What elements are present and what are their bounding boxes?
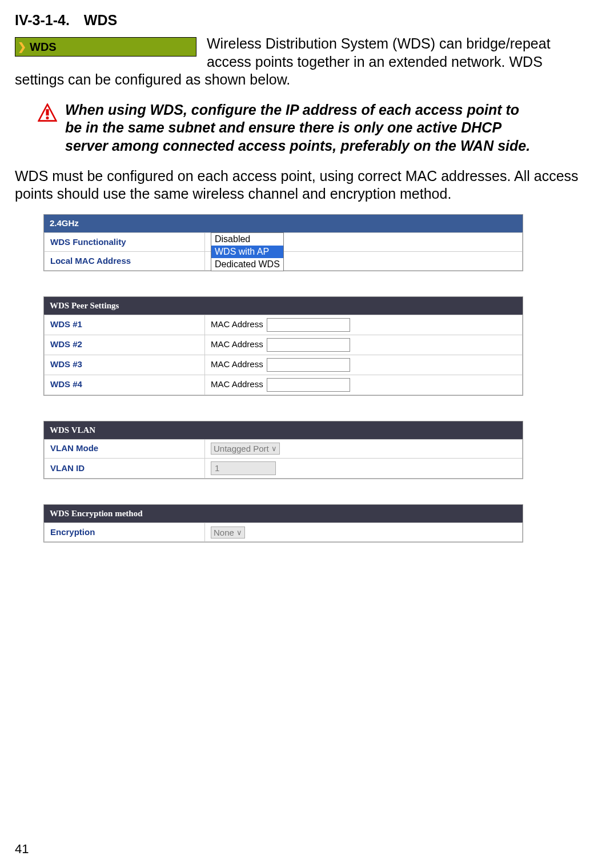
- warning-text: When using WDS, configure the IP address…: [65, 101, 535, 155]
- option-dedicated-wds[interactable]: Dedicated WDS: [211, 258, 283, 271]
- mac-input-2[interactable]: [267, 338, 350, 352]
- vlan-id-input[interactable]: 1: [211, 461, 276, 476]
- row-vlan-mode: VLAN Mode Untagged Port ∨: [45, 439, 523, 458]
- row-vlan-id: VLAN ID 1: [45, 458, 523, 479]
- label-wds4: WDS #4: [45, 375, 205, 395]
- row-wds4: WDS #4 MAC Address: [45, 375, 523, 395]
- row-wds3: WDS #3 MAC Address: [45, 355, 523, 375]
- panel-header-vlan: WDS VLAN: [44, 421, 523, 439]
- intro-paragraph: ❯ WDS Wireless Distribution System (WDS)…: [15, 35, 579, 89]
- row-encryption: Encryption None ∨: [45, 523, 523, 542]
- label-encryption: Encryption: [45, 523, 205, 542]
- chevron-down-icon: ∨: [236, 529, 242, 536]
- section-heading: IV-3-1-4. WDS: [15, 11, 579, 29]
- row-wds2: WDS #2 MAC Address: [45, 335, 523, 355]
- chevron-right-icon: ❯: [18, 41, 26, 54]
- label-local-mac: Local MAC Address: [45, 252, 205, 271]
- config-paragraph: WDS must be configured on each access po…: [15, 167, 579, 203]
- warning-note: When using WDS, configure the IP address…: [38, 101, 535, 155]
- panel-wds-encryption: WDS Encryption method Encryption None ∨: [43, 504, 523, 542]
- panel-header-24ghz: 2.4GHz: [44, 215, 523, 232]
- label-wds-functionality: WDS Functionality: [45, 233, 205, 252]
- mac-input-3[interactable]: [267, 358, 350, 372]
- mac-label-3: MAC Address: [211, 359, 263, 370]
- label-wds3: WDS #3: [45, 355, 205, 375]
- mac-label-1: MAC Address: [211, 319, 263, 330]
- vlan-mode-value: Untagged Port: [214, 444, 269, 453]
- panel-header-encryption: WDS Encryption method: [44, 505, 523, 523]
- panel-wds-vlan: WDS VLAN VLAN Mode Untagged Port ∨ VLAN …: [43, 421, 523, 480]
- svg-rect-1: [46, 109, 49, 115]
- panel-24ghz: 2.4GHz WDS Functionality Disabled WDS wi…: [43, 214, 523, 271]
- panel-header-peer: WDS Peer Settings: [44, 297, 523, 315]
- wds-nav-badge: ❯ WDS: [15, 37, 196, 57]
- panel-wds-peer: WDS Peer Settings WDS #1 MAC Address WDS…: [43, 296, 523, 396]
- row-wds1: WDS #1 MAC Address: [45, 315, 523, 335]
- warning-icon: [38, 103, 57, 123]
- svg-point-2: [46, 116, 49, 119]
- chevron-down-icon: ∨: [271, 445, 277, 452]
- label-vlan-mode: VLAN Mode: [45, 439, 205, 458]
- mac-label-4: MAC Address: [211, 379, 263, 390]
- label-vlan-id: VLAN ID: [45, 458, 205, 479]
- mac-input-4[interactable]: [267, 378, 350, 392]
- option-wds-with-ap[interactable]: WDS with AP: [211, 246, 283, 258]
- label-wds2: WDS #2: [45, 335, 205, 355]
- encryption-select[interactable]: None ∨: [211, 527, 245, 539]
- encryption-value: None: [214, 528, 234, 537]
- option-disabled[interactable]: Disabled: [211, 233, 283, 246]
- row-wds-functionality: WDS Functionality Disabled WDS with AP D…: [45, 233, 523, 252]
- label-wds1: WDS #1: [45, 315, 205, 335]
- mac-label-2: MAC Address: [211, 339, 263, 350]
- wds-badge-label: WDS: [30, 40, 57, 54]
- vlan-mode-select[interactable]: Untagged Port ∨: [211, 443, 280, 455]
- mac-input-1[interactable]: [267, 318, 350, 332]
